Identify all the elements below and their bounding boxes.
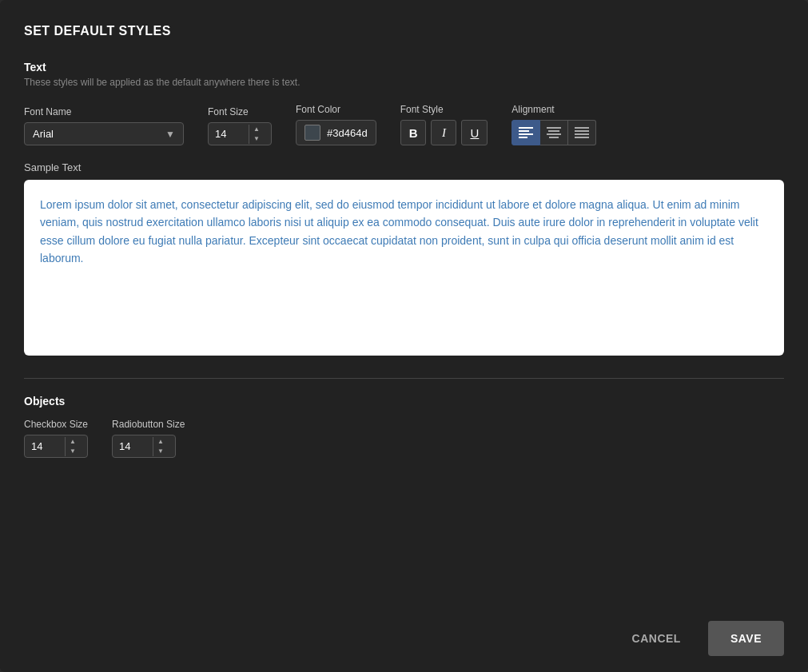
checkbox-size-spinner: ▲ ▼ — [24, 435, 88, 458]
section-divider — [24, 378, 784, 379]
checkbox-size-arrows: ▲ ▼ — [65, 437, 80, 456]
font-size-group: Font Size ▲ ▼ — [208, 106, 272, 145]
controls-row: Font Name Arial ▼ Font Size ▲ ▼ — [24, 104, 784, 145]
svg-rect-10 — [575, 133, 589, 135]
font-size-input[interactable] — [209, 123, 249, 145]
font-size-arrows: ▲ ▼ — [249, 125, 264, 144]
svg-rect-3 — [519, 137, 527, 138]
svg-rect-2 — [519, 133, 533, 135]
svg-rect-7 — [549, 137, 559, 138]
checkbox-size-input[interactable] — [25, 435, 65, 457]
font-size-up-button[interactable]: ▲ — [249, 125, 264, 134]
svg-rect-0 — [519, 127, 533, 129]
svg-rect-1 — [519, 130, 529, 132]
alignment-label: Alignment — [511, 104, 596, 115]
font-size-down-button[interactable]: ▼ — [249, 134, 264, 144]
font-name-dropdown[interactable]: Arial ▼ — [24, 122, 184, 145]
text-section-title: Text — [24, 61, 784, 74]
set-default-styles-dialog: SET DEFAULT STYLES Text These styles wil… — [0, 0, 808, 672]
align-justify-button[interactable] — [568, 120, 596, 145]
svg-rect-5 — [548, 130, 559, 132]
font-size-spinner: ▲ ▼ — [208, 122, 272, 145]
font-size-label: Font Size — [208, 106, 272, 117]
svg-rect-11 — [575, 137, 589, 138]
font-color-label: Font Color — [296, 104, 376, 115]
sample-text-label: Sample Text — [24, 161, 784, 173]
font-name-value: Arial — [33, 128, 54, 140]
color-swatch — [304, 125, 320, 141]
text-section: Text These styles will be applied as the… — [24, 61, 784, 356]
objects-controls: Checkbox Size ▲ ▼ Radiobutton Size ▲ ▼ — [24, 419, 784, 458]
underline-button[interactable]: U — [461, 120, 488, 145]
sample-text-box[interactable]: Lorem ipsum dolor sit amet, consectetur … — [24, 180, 784, 356]
objects-section: Objects Checkbox Size ▲ ▼ Radiobutton Si… — [24, 395, 784, 458]
text-section-subtitle: These styles will be applied as the defa… — [24, 77, 784, 88]
italic-button[interactable]: I — [431, 120, 456, 145]
objects-section-title: Objects — [24, 395, 784, 408]
radiobutton-size-up-button[interactable]: ▲ — [153, 437, 168, 447]
align-center-icon — [547, 127, 561, 138]
cancel-button[interactable]: CANCEL — [613, 621, 700, 656]
alignment-buttons — [511, 120, 596, 145]
dialog-title: SET DEFAULT STYLES — [24, 24, 784, 38]
font-style-buttons: B I U — [400, 120, 488, 145]
font-name-label: Font Name — [24, 106, 184, 117]
checkbox-size-label: Checkbox Size — [24, 419, 88, 430]
font-name-group: Font Name Arial ▼ — [24, 106, 184, 145]
radiobutton-size-spinner: ▲ ▼ — [112, 435, 176, 458]
radiobutton-size-arrows: ▲ ▼ — [153, 437, 168, 456]
radiobutton-size-group: Radiobutton Size ▲ ▼ — [112, 419, 185, 458]
svg-rect-6 — [547, 133, 561, 135]
bold-button[interactable]: B — [400, 120, 427, 145]
align-left-button[interactable] — [511, 120, 540, 145]
font-color-group: Font Color #3d464d — [296, 104, 376, 145]
save-button[interactable]: SAVE — [708, 621, 784, 656]
font-color-value: #3d464d — [327, 127, 368, 139]
svg-rect-9 — [575, 130, 589, 132]
radiobutton-size-input[interactable] — [113, 435, 153, 457]
checkbox-size-up-button[interactable]: ▲ — [66, 437, 80, 447]
svg-rect-8 — [575, 127, 589, 129]
alignment-group: Alignment — [511, 104, 596, 145]
align-left-icon — [519, 127, 533, 138]
radiobutton-size-label: Radiobutton Size — [112, 419, 185, 430]
font-color-button[interactable]: #3d464d — [296, 120, 376, 145]
checkbox-size-group: Checkbox Size ▲ ▼ — [24, 419, 88, 458]
svg-rect-4 — [547, 127, 561, 129]
chevron-down-icon: ▼ — [165, 129, 175, 140]
radiobutton-size-down-button[interactable]: ▼ — [153, 447, 168, 456]
sample-text-content: Lorem ipsum dolor sit amet, consectetur … — [40, 198, 758, 264]
dialog-footer: CANCEL SAVE — [24, 597, 784, 656]
font-style-label: Font Style — [400, 104, 488, 115]
align-center-button[interactable] — [540, 120, 568, 145]
font-style-group: Font Style B I U — [400, 104, 488, 145]
align-justify-icon — [575, 127, 589, 138]
checkbox-size-down-button[interactable]: ▼ — [66, 447, 80, 456]
